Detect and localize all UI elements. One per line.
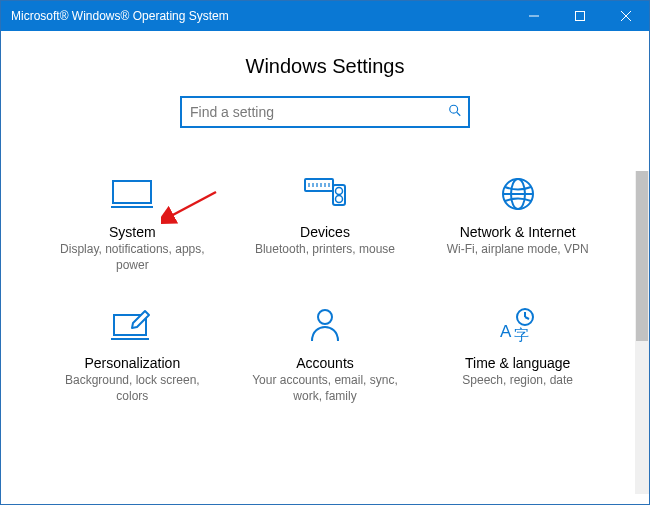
tile-title: System	[109, 224, 156, 240]
tile-time-language[interactable]: A 字 Time & language Speech, region, date	[426, 305, 609, 404]
tile-network[interactable]: Network & Internet Wi-Fi, airplane mode,…	[426, 174, 609, 273]
close-button[interactable]	[603, 1, 649, 31]
window-title: Microsoft® Windows® Operating System	[1, 9, 511, 23]
tile-subtitle: Display, notifications, apps, power	[47, 242, 217, 273]
svg-point-4	[450, 105, 458, 113]
tile-system[interactable]: System Display, notifications, apps, pow…	[41, 174, 224, 273]
globe-icon	[500, 174, 536, 214]
search-input[interactable]	[180, 96, 470, 128]
scroll-area: Windows Settings System Display, notific…	[1, 31, 649, 504]
tile-subtitle: Background, lock screen, colors	[47, 373, 217, 404]
minimize-button[interactable]	[511, 1, 557, 31]
svg-line-26	[525, 317, 529, 319]
content-area: Windows Settings System Display, notific…	[1, 31, 649, 504]
svg-point-23	[318, 310, 332, 324]
tile-title: Network & Internet	[460, 224, 576, 240]
tile-title: Personalization	[84, 355, 180, 371]
tile-title: Accounts	[296, 355, 354, 371]
svg-text:字: 字	[514, 326, 529, 343]
vertical-scrollbar[interactable]	[635, 171, 649, 494]
tile-subtitle: Speech, region, date	[462, 373, 573, 389]
tile-title: Devices	[300, 224, 350, 240]
tile-accounts[interactable]: Accounts Your accounts, email, sync, wor…	[234, 305, 417, 404]
page-title: Windows Settings	[31, 55, 619, 78]
search-wrap	[180, 96, 470, 128]
personalization-icon	[111, 305, 153, 345]
maximize-button[interactable]	[557, 1, 603, 31]
person-icon	[309, 305, 341, 345]
settings-grid: System Display, notifications, apps, pow…	[31, 174, 619, 404]
tile-personalization[interactable]: Personalization Background, lock screen,…	[41, 305, 224, 404]
window-controls	[511, 1, 649, 31]
svg-rect-1	[576, 12, 585, 21]
time-language-icon: A 字	[496, 305, 540, 345]
tile-subtitle: Your accounts, email, sync, work, family	[240, 373, 410, 404]
scrollbar-thumb[interactable]	[636, 171, 648, 341]
tile-devices[interactable]: Devices Bluetooth, printers, mouse	[234, 174, 417, 273]
tile-subtitle: Bluetooth, printers, mouse	[255, 242, 395, 258]
search-icon	[448, 104, 462, 121]
svg-text:A: A	[500, 322, 512, 341]
display-icon	[111, 174, 153, 214]
svg-rect-6	[113, 181, 151, 203]
tile-subtitle: Wi-Fi, airplane mode, VPN	[447, 242, 589, 258]
tile-title: Time & language	[465, 355, 570, 371]
svg-line-5	[457, 112, 461, 116]
titlebar: Microsoft® Windows® Operating System	[1, 1, 649, 31]
devices-icon	[303, 174, 347, 214]
